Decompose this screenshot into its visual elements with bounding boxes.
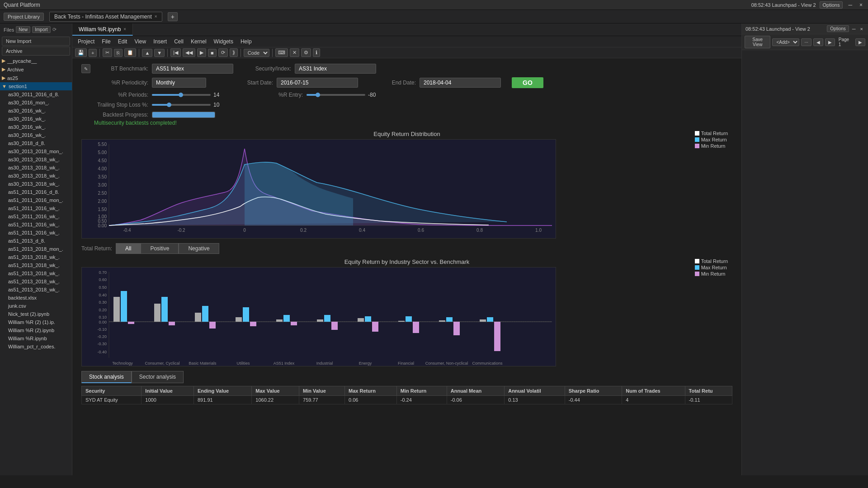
list-item[interactable]: as30_2016_wk_.: [0, 131, 72, 139]
new-btn[interactable]: New: [16, 26, 30, 33]
paste-btn[interactable]: 📋: [124, 48, 136, 57]
copy-btn[interactable]: ⎘: [114, 49, 123, 57]
stop2-btn[interactable]: ✕: [290, 48, 299, 57]
menu-cell[interactable]: Cell: [170, 37, 187, 46]
move-down-btn[interactable]: ▼: [154, 49, 165, 57]
list-item[interactable]: as51_2011_2016_wk_.: [0, 221, 72, 229]
menu-view[interactable]: View: [131, 37, 150, 46]
move-up-btn[interactable]: ▲: [142, 49, 152, 57]
stop-btn[interactable]: ■: [208, 49, 217, 57]
run-prev-btn[interactable]: |◀: [170, 48, 181, 57]
list-item[interactable]: as51_2013_2018_wk_.: [0, 286, 72, 294]
menu-insert[interactable]: Insert: [150, 37, 170, 46]
list-item[interactable]: as51_2011_2016_wk_.: [0, 212, 72, 221]
tr-btn-positive[interactable]: Positive: [141, 243, 179, 254]
save-btn[interactable]: 💾: [75, 48, 87, 57]
list-item[interactable]: as30_2018_d_8.: [0, 139, 72, 147]
menu-widgets[interactable]: Widgets: [210, 37, 237, 46]
new-import-btn[interactable]: New Import: [2, 37, 70, 46]
notebook-tab[interactable]: William %R.ipynb ×: [72, 23, 133, 36]
list-item[interactable]: as30_2016_wk_.: [0, 107, 72, 115]
list-item[interactable]: as51_2013_2018_wk_.: [0, 277, 72, 286]
info-btn[interactable]: ℹ: [313, 48, 320, 57]
save-view-btn[interactable]: Save View: [745, 36, 770, 48]
list-item[interactable]: as51_2011_2016_mon_.: [0, 196, 72, 204]
list-item[interactable]: William %R (2).ipynb: [0, 326, 72, 334]
lp-next-btn[interactable]: ▶: [825, 38, 835, 46]
r-entry-slider[interactable]: [307, 94, 365, 96]
close-tab-icon[interactable]: ×: [155, 14, 157, 19]
tab-sector-analysis[interactable]: Sector analysis: [132, 371, 184, 383]
list-item[interactable]: as30_2013_2018_wk_.: [0, 172, 72, 180]
run-btn[interactable]: ▶: [197, 48, 206, 57]
archive-btn[interactable]: Archive: [2, 47, 70, 56]
refresh-icon[interactable]: ⟳: [52, 27, 57, 33]
list-item[interactable]: as30_2013_2018_wk_.: [0, 155, 72, 164]
cut-btn[interactable]: ✂: [103, 48, 112, 57]
run-all-btn[interactable]: ⟫: [230, 48, 238, 57]
list-item[interactable]: as51_2011_2016_d_8.: [0, 188, 72, 196]
settings-btn[interactable]: ⚙: [301, 48, 311, 57]
window-close[interactable]: ×: [858, 2, 864, 8]
sidebar-item-archive[interactable]: ▶ Archive: [0, 65, 72, 74]
list-item[interactable]: as51_2013_2018_wk_.: [0, 253, 72, 261]
launchpad-options-btn[interactable]: Options: [820, 1, 843, 9]
tab-stock-analysis[interactable]: Stock analysis: [81, 371, 132, 383]
launchpad-minimize-btn[interactable]: ─: [851, 26, 857, 32]
list-item[interactable]: as51_2013_d_8.: [0, 237, 72, 245]
list-item[interactable]: Nick_test (2).ipynb: [0, 310, 72, 318]
list-item[interactable]: as30_2013_2018_mon_.: [0, 147, 72, 155]
menu-file[interactable]: File: [98, 37, 114, 46]
r-periodicity-select[interactable]: Monthly: [152, 78, 206, 88]
list-item[interactable]: as51_2013_2018_mon_.: [0, 245, 72, 253]
add-tab-btn[interactable]: +: [168, 12, 178, 21]
end-date-input[interactable]: [420, 78, 501, 88]
add-select[interactable]: <Add>: [772, 38, 799, 46]
list-item[interactable]: as30_2016_mon_.: [0, 99, 72, 107]
close-notebook-icon[interactable]: ×: [123, 27, 126, 32]
sidebar-item-as25[interactable]: ▶ as25: [0, 74, 72, 82]
list-item[interactable]: as51_2011_2016_wk_.: [0, 229, 72, 237]
cell-type-select[interactable]: Code: [244, 49, 269, 57]
lp-nav-btn1[interactable]: ···: [801, 38, 811, 46]
keyboard-btn[interactable]: ⌨: [275, 48, 288, 57]
menu-project[interactable]: Project: [74, 37, 98, 46]
menu-help[interactable]: Help: [237, 37, 255, 46]
trailing-stop-slider[interactable]: [152, 104, 211, 106]
r-periods-slider[interactable]: [152, 94, 211, 96]
launchpad-options-header-btn[interactable]: Options: [827, 25, 849, 32]
list-item[interactable]: William_pct_r_codes.: [0, 343, 72, 351]
list-item[interactable]: William %R (2) (1).ip.: [0, 318, 72, 326]
restart-btn[interactable]: ⟳: [218, 48, 228, 57]
list-item[interactable]: as30_2011_2016_d_8.: [0, 90, 72, 99]
project-library-btn[interactable]: Project Library: [4, 13, 44, 21]
tab-back-tests[interactable]: Back Tests - Infinitas Asset Management …: [49, 12, 162, 22]
bt-benchmark-input[interactable]: [152, 64, 233, 74]
lp-page-nav-btn[interactable]: ▶: [855, 38, 865, 46]
sidebar-item-section1[interactable]: ▼ section1: [0, 82, 72, 90]
list-item[interactable]: as30_2013_2018_wk_.: [0, 180, 72, 188]
menu-kernel[interactable]: Kernel: [187, 37, 210, 46]
import-btn[interactable]: Import: [32, 26, 50, 33]
sidebar-item-pycache[interactable]: ▶ __pycache__: [0, 56, 72, 65]
start-date-input[interactable]: [277, 78, 358, 88]
add-cell-btn[interactable]: +: [89, 49, 97, 57]
go-btn[interactable]: GO: [512, 77, 543, 88]
list-item[interactable]: as51_2013_2018_wk_.: [0, 261, 72, 269]
run-all-prev-btn[interactable]: ◀◀: [183, 48, 195, 57]
list-item[interactable]: William %R.ipynb: [0, 334, 72, 343]
launchpad-close-btn[interactable]: ×: [859, 26, 864, 32]
security-index-input[interactable]: [295, 64, 376, 74]
lp-prev-btn[interactable]: ◀: [813, 38, 823, 46]
list-item[interactable]: as30_2016_wk_.: [0, 123, 72, 131]
tr-btn-negative[interactable]: Negative: [179, 243, 219, 254]
list-item[interactable]: junk.csv: [0, 302, 72, 310]
list-item[interactable]: as30_2016_wk_.: [0, 115, 72, 123]
list-item[interactable]: as51_2013_2018_wk_.: [0, 269, 72, 277]
list-item[interactable]: backtest.xlsx: [0, 294, 72, 302]
list-item[interactable]: as51_2011_2016_wk_.: [0, 204, 72, 212]
tr-btn-all[interactable]: All: [116, 243, 141, 254]
window-minimize[interactable]: ─: [846, 2, 854, 8]
menu-edit[interactable]: Edit: [114, 37, 131, 46]
list-item[interactable]: as30_2013_2018_wk_.: [0, 164, 72, 172]
